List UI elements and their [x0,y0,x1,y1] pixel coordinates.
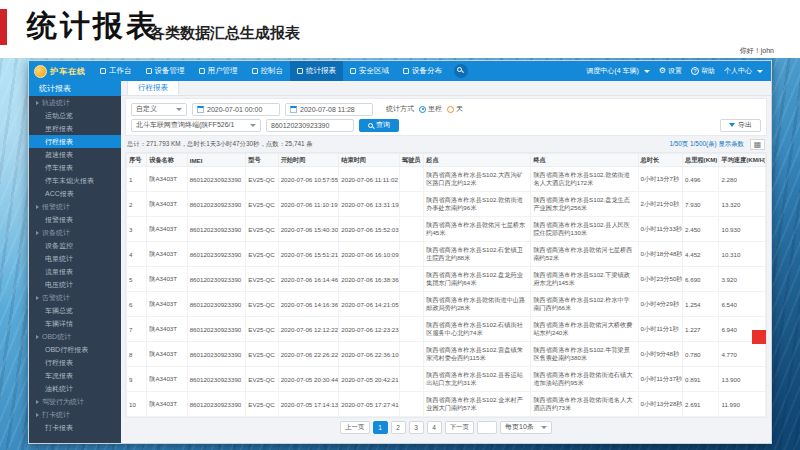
cell: 3 [127,217,147,242]
per-page-select[interactable]: 每页10条 [500,421,552,434]
sidebar-item[interactable]: 驾驶行为统计 [29,395,121,408]
radio-day[interactable]: 天 [447,104,463,114]
page-button-2[interactable]: 2 [391,421,406,434]
sidebar-item[interactable]: 超速报表 [29,148,121,161]
column-header: 型号 [246,154,278,167]
column-settings-icon[interactable]: ▦ [750,139,765,150]
page-button-3[interactable]: 3 [409,421,424,434]
sidebar-item[interactable]: ACC报表 [29,187,121,200]
cell: 3.920 [719,267,766,292]
cell: 陕西省商洛市柞水县乾佑河七星桥东约45米 [424,217,531,242]
sidebar-item[interactable]: 电压统计 [29,278,121,291]
nav-item-user-mgmt[interactable]: 用户管理 [192,61,245,81]
cell: 陕西省商洛市柞水县S102.盘龙药业集团东门南约64米 [424,267,531,292]
nav-dispatch-center[interactable]: 调度中心(4 车辆) [586,66,650,76]
nav-item-device-map[interactable]: 设备分布 [396,61,449,81]
nav-item-stat-report[interactable]: 统计报表 [290,61,343,81]
cell: 2020-07-06 11:11:02 [339,167,400,192]
cell: 0小时13分7秒 [638,167,682,192]
table-row[interactable]: 3陕A3403T860120230923390EV25-QC2020-07-06… [127,217,766,242]
app-window: 护车在线 工作台设备管理用户管理控制台统计报表安全区域设备分布 调度中心(4 车… [28,60,772,444]
sidebar-item[interactable]: 车况报表 [29,369,121,382]
app-logo[interactable]: 护车在线 [29,65,93,78]
cell [399,317,423,342]
sidebar-item[interactable]: 报警统计 [29,200,121,213]
download-icon [729,123,735,127]
sidebar-item[interactable]: 停车未熄火报表 [29,174,121,187]
table-row[interactable]: 4陕A3403T860120230923390EV25-QC2020-07-06… [127,242,766,267]
sidebar-item[interactable]: 告警统计 [29,291,121,304]
table-row[interactable]: 9陕A3403T860120230923390EV25-QC2020-07-05… [127,367,766,392]
page-button-4[interactable]: 4 [427,421,442,434]
sidebar-item[interactable]: 打卡统计 [29,408,121,421]
cell: 2020-07-06 11:10:19 [278,192,339,217]
nav-item-safe-area[interactable]: 安全区域 [343,61,396,81]
imei-input[interactable]: 860120230923390 [266,119,354,132]
sidebar-item[interactable]: 打卡报表 [29,421,121,434]
cell: 860120230923390 [187,192,246,217]
end-date-input[interactable]: 2020-07-08 11:28 [285,103,373,116]
sidebar-item[interactable]: 停车报表 [29,161,121,174]
nav-right-label: 帮助 [701,66,715,76]
cell: 1.254 [683,292,719,317]
table-header-row: 序号设备名称IMEI型号开始时间结束时间驾驶员起点终点总时长总里程(KM)平均速… [127,154,766,167]
table-row[interactable]: 7陕A3403T860120230923390EV25-QC2020-07-06… [127,317,766,342]
sidebar-item[interactable]: 行程报表 [29,356,121,369]
cell: EV25-QC [246,217,278,242]
column-header: 起点 [424,154,531,167]
table-row[interactable]: 10陕A3403T860120230923390EV25-QC2020-07-0… [127,392,766,417]
top-navbar: 护车在线 工作台设备管理用户管理控制台统计报表安全区域设备分布 调度中心(4 车… [29,61,771,81]
export-button[interactable]: 导出 [720,119,761,132]
start-date-input[interactable]: 2020-07-01 00:00 [192,103,280,116]
cell: 陕A3403T [147,292,187,317]
cell: 陕西省商洛市柞水县S102.金米村产业园大门南约57米 [424,392,531,417]
nav-item-workbench[interactable]: 工作台 [93,61,139,81]
nav-item-console[interactable]: 控制台 [245,61,291,81]
sidebar-item[interactable]: 车辆总览 [29,304,121,317]
sidebar-item[interactable]: OBD统计 [29,330,121,343]
sidebar-item[interactable]: 设备统计 [29,226,121,239]
title-accent-bar [0,9,7,45]
radio-day-label: 天 [456,104,463,114]
sidebar-item[interactable]: 油耗统计 [29,382,121,395]
search-button[interactable]: 查询 [359,119,399,132]
range-select[interactable]: 自定义 [131,103,187,116]
table-row[interactable]: 5陕A3403T860120230923390EV25-QC2020-07-06… [127,267,766,292]
cell [399,217,423,242]
radio-mileage[interactable]: 里程 [419,104,442,114]
nav-item-device-mgmt[interactable]: 设备管理 [139,61,192,81]
sidebar-item: 统计报表 [29,81,121,96]
sidebar-item[interactable]: OBD行程报表 [29,343,121,356]
cell [399,342,423,367]
sidebar-item-trip-report[interactable]: 行程报表 [29,135,121,148]
sidebar-item[interactable]: 设备监控 [29,239,121,252]
table-row[interactable]: 2陕A3403T860120230923390EV25-QC2020-07-06… [127,192,766,217]
nav-help[interactable]: ?帮助 [691,66,715,76]
cell: 860120230923390 [187,267,246,292]
cell: 860120230923390 [187,317,246,342]
device-select[interactable]: 北斗车联网查询终端(陕FF526/1 [131,119,261,132]
next-page-button[interactable]: 下一页 [445,421,475,434]
prev-page-button[interactable]: 上一页 [340,421,370,434]
summary-bar: 总计：271.793 KM，总时长1天3小时47分30秒，点数：25,741 条… [127,138,765,150]
sidebar-item[interactable]: 运动总览 [29,109,121,122]
nav-settings[interactable]: ⚙设置 [659,66,682,76]
cell: 陕A3403T [147,342,187,367]
cell: EV25-QC [246,342,278,367]
jump-page-input[interactable] [477,421,497,434]
table-row[interactable]: 1陕A3403T860120230923390EV25-QC2020-07-06… [127,167,766,192]
nav-personal-center[interactable]: 个人中心 [724,66,763,76]
search-icon[interactable] [454,64,468,78]
sidebar-item[interactable]: 电量统计 [29,252,121,265]
sidebar-item[interactable]: 报警报表 [29,213,121,226]
cell: 2020-07-06 22:36:10 [339,342,400,367]
sidebar-item[interactable]: 流量报表 [29,265,121,278]
table-row[interactable]: 8陕A3403T860120230923390EV25-QC2020-07-06… [127,342,766,367]
page-button-1[interactable]: 1 [373,421,388,434]
tab-trip-report[interactable]: 行程报表 [127,81,179,95]
sidebar-item[interactable]: 车辆详情 [29,317,121,330]
cell: 860120230923390 [187,217,246,242]
sidebar-item[interactable]: 轨迹统计 [29,96,121,109]
sidebar-item[interactable]: 里程报表 [29,122,121,135]
table-row[interactable]: 6陕A3403T860120230923390EV25-QC2020-07-06… [127,292,766,317]
